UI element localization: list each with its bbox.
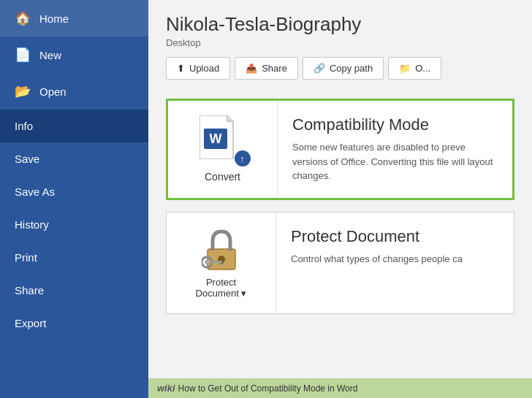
footer-watermark: wiki How to Get Out of Compatibility Mod… xyxy=(148,378,532,398)
protect-title: Protect Document xyxy=(291,227,499,246)
compatibility-text-area: Compatibility Mode Some new features are… xyxy=(278,101,512,198)
sidebar-item-print[interactable]: Print xyxy=(0,241,148,274)
sidebar-item-label: Home xyxy=(39,12,69,25)
sidebar-item-label: Export xyxy=(15,317,46,329)
sidebar-item-home[interactable]: 🏠 Home xyxy=(0,0,148,37)
sidebar-item-open[interactable]: 📂 Open xyxy=(0,73,148,110)
protect-card: Protect Document ▾ Protect Document Cont… xyxy=(166,212,514,314)
sidebar-item-label: Save As xyxy=(15,185,55,198)
open-button[interactable]: 📁 O... xyxy=(388,57,441,80)
sidebar-item-share[interactable]: Share xyxy=(0,274,148,307)
convert-arrow-badge: ↑ xyxy=(235,150,251,167)
home-icon: 🏠 xyxy=(15,10,31,26)
svg-rect-11 xyxy=(220,261,221,266)
lock-icon xyxy=(202,227,241,272)
footer-text: How to Get Out of Compatibility Mode in … xyxy=(178,383,358,394)
document-header: Nikola-Tesla-Biography Desktop ⬆ Upload … xyxy=(148,0,532,87)
open-icon: 📂 xyxy=(15,83,31,99)
sidebar-item-new[interactable]: 📄 New xyxy=(0,37,148,73)
sidebar-item-label: New xyxy=(39,49,61,61)
main-content: Nikola-Tesla-Biography Desktop ⬆ Upload … xyxy=(148,0,532,398)
sidebar-item-save[interactable]: Save xyxy=(0,142,148,175)
sidebar-item-label: Share xyxy=(15,284,44,296)
protect-text-area: Protect Document Control what types of c… xyxy=(276,213,514,281)
sidebar-item-export[interactable]: Export xyxy=(0,307,148,340)
protect-description: Control what types of changes people ca xyxy=(291,252,499,267)
document-title: Nikola-Tesla-Biography xyxy=(166,13,514,36)
folder-icon: 📁 xyxy=(399,63,411,74)
word-doc-icon: W xyxy=(200,115,238,159)
upload-button[interactable]: ⬆ Upload xyxy=(166,57,230,80)
svg-point-8 xyxy=(205,260,209,264)
sidebar-item-label: Save xyxy=(15,153,39,165)
new-doc-icon: 📄 xyxy=(15,47,31,63)
copy-path-button[interactable]: 🔗 Copy path xyxy=(303,57,384,80)
svg-text:W: W xyxy=(209,131,221,146)
compatibility-title: Compatibility Mode xyxy=(292,115,498,134)
compatibility-card: W ↑ Convert Compatibility Mode Some new … xyxy=(166,99,514,200)
sidebar-item-label: History xyxy=(15,218,49,231)
sidebar-item-saveas[interactable]: Save As xyxy=(0,175,148,208)
protect-document-button[interactable]: Protect Document ▾ xyxy=(196,277,247,299)
compatibility-description: Some new features are disabled to preve … xyxy=(292,140,498,183)
svg-marker-1 xyxy=(227,115,233,121)
sidebar-item-label: Open xyxy=(39,85,66,98)
protect-icon-area: Protect Document ▾ xyxy=(167,213,276,313)
sidebar-item-label: Info xyxy=(15,120,33,132)
sidebar-item-label: Print xyxy=(15,251,37,264)
action-buttons: ⬆ Upload 📤 Share 🔗 Copy path 📁 O... xyxy=(166,57,514,80)
wiki-logo: wiki xyxy=(157,383,175,394)
sidebar: 🏠 Home 📄 New 📂 Open Info Save Save As Hi… xyxy=(0,0,148,398)
link-icon: 🔗 xyxy=(314,63,325,74)
document-location: Desktop xyxy=(166,37,514,48)
share-icon: 📤 xyxy=(246,63,257,74)
upload-icon: ⬆ xyxy=(177,63,185,74)
share-button[interactable]: 📤 Share xyxy=(235,57,298,80)
sidebar-item-info[interactable]: Info xyxy=(0,110,148,142)
svg-rect-10 xyxy=(218,261,219,264)
content-area: W ↑ Convert Compatibility Mode Some new … xyxy=(148,87,532,326)
sidebar-item-history[interactable]: History xyxy=(0,208,148,241)
convert-icon-area: W ↑ Convert xyxy=(168,101,278,197)
convert-label: Convert xyxy=(205,171,240,183)
